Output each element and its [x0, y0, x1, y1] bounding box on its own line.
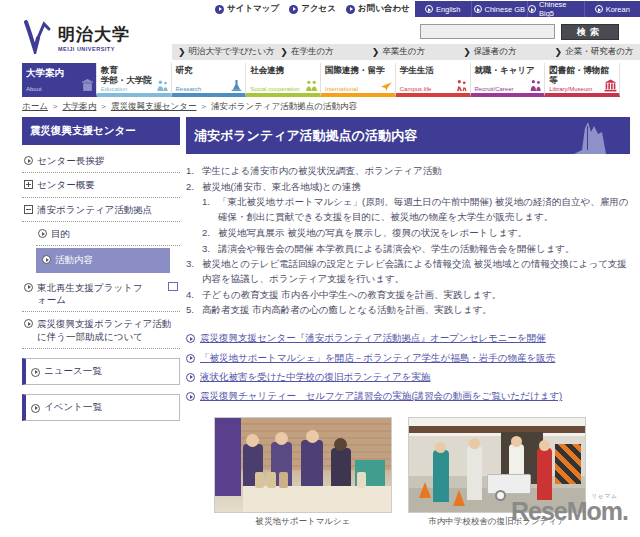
chevron-right-icon: ❯ [372, 47, 380, 57]
audience-tab-label: 卒業生の方 [382, 46, 425, 58]
nav-tab-en: Research [176, 86, 202, 92]
audience-tab-parents[interactable]: ❯保護者の方 [457, 46, 548, 58]
arrow-circle-icon [38, 229, 47, 238]
sidebar-item-tohoku-platform[interactable]: 東北再生支援プラットフォーム [22, 276, 180, 313]
lang-label: Chinese GB [485, 5, 525, 14]
product-bottle [267, 472, 276, 488]
nav-tab-campus-life[interactable]: 学生生活 Campus life [396, 63, 471, 97]
sidebar-item-purpose[interactable]: 目的 [36, 222, 180, 246]
page-title: 浦安ボランティア活動拠点の活動内容 [194, 128, 417, 143]
activity-item: 1. 学生による浦安市内の被災状況調査、ボランティア活動 [186, 164, 630, 179]
link-marche-open[interactable]: 「被災地サポートマルシェ」を開店－ボランティア学生が福島・岩手の物産を販売 [200, 352, 555, 364]
nav-tab-jp: 研究 [172, 63, 246, 76]
arrow-circle-icon [528, 5, 536, 13]
watermark-ruby: リセマム [591, 493, 618, 500]
sidebar-item-activities-current[interactable]: 活動内容 [36, 248, 170, 272]
product-bottle [255, 472, 264, 488]
person-figure [467, 446, 482, 500]
lang-chinese-big5[interactable]: Chinese Big5 [528, 1, 585, 17]
nav-tab-career[interactable]: 就職・キャリア Recruit/Career [471, 63, 546, 97]
breadcrumb-about[interactable]: 大学案内 [62, 101, 96, 111]
nav-tab-education[interactable]: 教育学部・大学院 Education [97, 63, 172, 97]
chevron-right-icon: ❯ [555, 47, 563, 57]
audience-tab-label: 明治大学で学びたい方 [189, 46, 275, 58]
sidebar-item-subsidy[interactable]: 震災復興支援ボランティア活動に伴う一部助成について [22, 312, 180, 349]
activity-text: 子どもの教育支援 市内各小中学生への教育支援を計画、実践します。 [202, 288, 630, 303]
breadcrumb-home[interactable]: ホーム [22, 101, 48, 111]
nav-tab-international[interactable]: 国際連携・留学 International [321, 63, 396, 97]
person-head [511, 436, 522, 447]
library-museum-icon [604, 79, 617, 92]
nav-tab-jp: 就職・キャリア [471, 63, 545, 76]
audience-tab-prospective[interactable]: ❯明治大学で学びたい方 [172, 46, 274, 58]
audience-tab-label: 在学生の方 [291, 46, 334, 58]
arrow-circle-icon [186, 354, 195, 363]
audience-tab-current[interactable]: ❯在学生の方 [274, 46, 365, 58]
wooden-beam [409, 426, 585, 433]
arrow-circle-icon [474, 5, 482, 13]
page: サイトマップ アクセス お問い合わせ 携帯サイト English Chinese… [0, 0, 640, 537]
tower-silhouette-icon [568, 120, 620, 154]
lang-label: Chinese Big5 [539, 0, 584, 18]
link-opening-ceremony[interactable]: 震災復興支援センター『浦安ボランティア活動拠点』オープンセレモニーを開催 [200, 332, 546, 344]
person-figure [537, 448, 552, 500]
logo-en: MEIJI UNIVERSITY [58, 46, 130, 52]
audience-tab-corporate[interactable]: ❯企業・研究者の方 [549, 46, 640, 58]
career-people-icon [529, 79, 542, 92]
person-head [334, 438, 347, 451]
utility-link-contact[interactable]: お問い合わせ [346, 3, 410, 15]
arrow-circle-icon [24, 319, 33, 328]
activity-subitem: 1. 「東北被災地サポートマルシェ」(原則、毎週土日の午前中開催) 被災地の経済… [202, 195, 630, 224]
cart-wheel-icon [495, 490, 506, 501]
related-link-row: 震災復興チャリティー セルフケア講習会の実施(講習会の動画をご覧いただけます) [186, 390, 630, 402]
sidebar-news-list[interactable]: ニュース一覧 [22, 358, 180, 385]
nav-tab-jp: 社会連携 [246, 63, 320, 76]
nav-tab-about[interactable]: 大学案内 About [22, 63, 97, 97]
education-people-icon [156, 79, 169, 92]
lang-chinese-gb[interactable]: Chinese GB [472, 1, 529, 17]
product-bottle [357, 472, 366, 488]
main-content: 浦安ボランティア活動拠点の活動内容 1. 学生による浦安市内の被災状況調査、ボラ… [186, 117, 630, 528]
audience-tab-alumni[interactable]: ❯卒業生の方 [366, 46, 457, 58]
chevron-right-icon: ❯ [178, 47, 186, 57]
logo[interactable]: 明治大学 MEIJI UNIVERSITY [22, 20, 130, 54]
nav-tab-social-cooperation[interactable]: 社会連携 Social cooperation [246, 63, 321, 97]
activity-text: 講演会や報告会の開催 本学教員による講演会や、学生の活動報告会を開催します。 [218, 242, 630, 257]
breadcrumb-separator: ＞ [51, 101, 60, 111]
activity-item: 3. 被災地とのテレビ電話回線の設定とテレビ会議による情報交流 被災地域との情報… [186, 257, 630, 286]
supply-cart [487, 474, 531, 494]
link-selfcare-seminar[interactable]: 震災復興チャリティー セルフケア講習会の実施(講習会の動画をご覧いただけます) [200, 390, 562, 402]
arrow-circle-icon [24, 156, 33, 165]
utility-link-sitemap[interactable]: サイトマップ [215, 3, 279, 15]
sidebar-item-overview[interactable]: センター概要 [22, 173, 180, 197]
breadcrumb-center[interactable]: 震災復興支援センター [111, 101, 197, 111]
activity-number: 3. [186, 257, 199, 286]
sidebar-item-urayasu-base[interactable]: 浦安ボランティア活動拠点 [22, 198, 180, 222]
search-button[interactable]: 検索 [561, 24, 619, 40]
activity-text: 被災地とのテレビ電話回線の設定とテレビ会議による情報交流 被災地域との情報交換に… [202, 257, 630, 286]
utility-link-access[interactable]: アクセス [289, 3, 336, 15]
nav-tab-library-museum[interactable]: 図書館・博物館等 Library/Museum [545, 63, 620, 97]
nav-tab-en: Social cooperation [250, 86, 299, 92]
page-title-bar: 浦安ボランティア活動拠点の活動内容 [186, 117, 630, 154]
search-box: 検索 [420, 24, 619, 40]
arrow-circle-icon [42, 255, 51, 264]
nav-tab-research[interactable]: 研究 Research [172, 63, 247, 97]
related-links: 震災復興支援センター『浦安ボランティア活動拠点』オープンセレモニーを開催 「被災… [186, 332, 630, 402]
sidebar-item-greeting[interactable]: センター長挨拶 [22, 149, 180, 173]
external-link-icon [170, 284, 178, 291]
lang-english[interactable]: English [415, 1, 472, 17]
nav-tab-en: Campus life [400, 86, 432, 92]
activity-text: 被災地写真展示 被災地の写真を展示し、復興の状況をレポートします。 [218, 226, 630, 241]
link-school-restoration[interactable]: 液状化被害を受けた中学校の復旧ボランティアを実施 [200, 371, 430, 383]
lang-korean[interactable]: Korean [585, 1, 640, 17]
lang-label: Korean [606, 5, 630, 14]
related-link-row: 「被災地サポートマルシェ」を開店－ボランティア学生が福島・岩手の物産を販売 [186, 352, 630, 364]
breadcrumb-separator: ＞ [200, 101, 209, 111]
lang-label: English [436, 5, 461, 14]
sidebar-event-list[interactable]: イベント一覧 [22, 394, 180, 421]
activity-text: 高齢者支援 市内高齢者の心の癒しとなる活動を計画、実践します。 [202, 303, 630, 318]
international-airplane-icon [380, 79, 393, 92]
search-input[interactable] [420, 24, 555, 39]
activity-subitem: 2. 被災地写真展示 被災地の写真を展示し、復興の状況をレポートします。 [202, 226, 630, 241]
